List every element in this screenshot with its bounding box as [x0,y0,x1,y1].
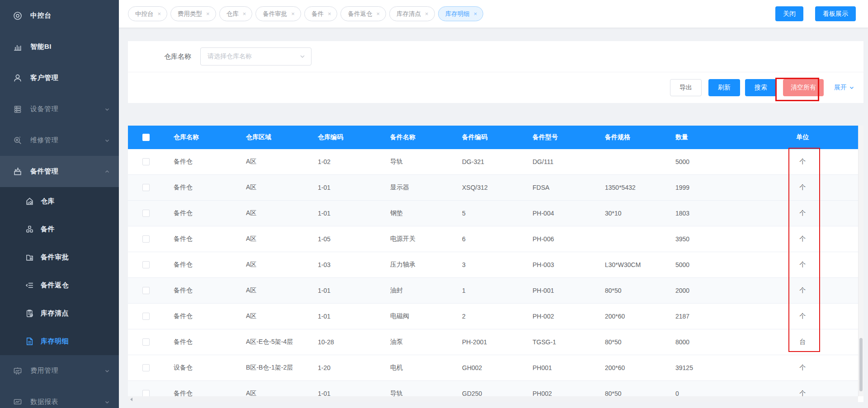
row-checkbox[interactable] [142,158,150,165]
tab-label: 中控台 [135,10,154,18]
table-row[interactable]: 备件仓 A区 1-01 电磁阀 2 PH-002 200*60 2187 个 [128,304,863,329]
table-row[interactable]: 备件仓 A区 1-01 钢垫 5 PH-004 30*10 1803 个 [128,201,863,226]
warehouse-icon [25,197,34,206]
sidebar-subitem-warehouse[interactable]: 仓库 [0,187,119,215]
sidebar-item-console[interactable]: 中控台 [0,0,119,31]
sidebar-item-expense[interactable]: 费用管理 [0,355,119,386]
sidebar-item-bi[interactable]: 智能BI [0,31,119,62]
sidebar-subitem-parts[interactable]: 备件 [0,215,119,243]
select-all-checkbox[interactable] [142,134,150,141]
cell-part-code: 1 [462,287,533,294]
row-checkbox[interactable] [142,261,150,268]
row-checkbox[interactable] [142,390,150,396]
sidebar-item-devices[interactable]: 设备管理 [0,94,119,125]
sidebar-item-maintenance[interactable]: 维修管理 [0,125,119,156]
cell-warehouse-code: 1-20 [318,364,390,371]
tab-parts-return[interactable]: 备件返仓× [340,6,386,21]
table-row[interactable]: 备件仓 A区 1-03 压力轴承 3 PH-003 L30*W30CM 5000… [128,252,863,278]
cell-warehouse-code: 1-01 [318,287,390,294]
cell-part-model: PH001 [533,364,605,371]
cell-warehouse-area: A区-E仓-5架-4层 [246,338,318,346]
row-checkbox[interactable] [142,184,150,191]
cell-warehouse-area: A区 [246,235,318,243]
board-display-button[interactable]: 看板展示 [815,6,856,21]
select-placeholder: 请选择仓库名称 [208,52,252,61]
export-button[interactable]: 导出 [670,79,702,96]
row-checkbox[interactable] [142,287,150,294]
return-icon [25,281,34,290]
cell-warehouse-name: 备件仓 [174,235,246,243]
clear-all-button[interactable]: 清空所有 [783,79,824,96]
sidebar-subitem-stocktake[interactable]: 库存清点 [0,299,119,327]
cell-part-model: PH-001 [533,287,605,294]
close-tab-icon[interactable]: × [328,11,331,17]
header-quantity: 数量 [675,133,747,141]
sidebar-item-reports[interactable]: 数据报表 [0,386,119,408]
cell-part-spec: 200*60 [605,364,675,371]
cell-part-code: 3 [462,261,533,268]
tab-label: 仓库 [226,10,239,18]
horizontal-scrollbar[interactable] [128,396,858,402]
row-checkbox[interactable] [142,235,150,243]
sidebar-subitem-approval[interactable]: 备件审批 [0,243,119,271]
sidebar-subitem-inventory-detail[interactable]: 库存明细 [0,327,119,355]
tab-console[interactable]: 中控台× [128,6,167,21]
cell-part-model: PH002 [533,390,605,396]
tab-warehouse[interactable]: 仓库× [219,6,253,21]
cell-part-code: GH002 [462,364,533,371]
cell-part-spec: 30*10 [605,210,675,217]
header-part-code: 备件编码 [462,133,533,141]
tab-parts-approval[interactable]: 备件审批× [255,6,301,21]
close-tab-icon[interactable]: × [474,11,477,17]
sidebar-item-label: 中控台 [30,11,52,20]
row-checkbox[interactable] [142,313,150,320]
close-tab-icon[interactable]: × [376,11,380,17]
cell-part-spec: 80*50 [605,287,675,294]
close-button[interactable]: 关闭 [775,6,803,21]
header-unit: 单位 [747,133,858,141]
scrollbar-thumb[interactable] [859,338,863,391]
spare-parts-submenu: 仓库 备件 备件审批 备件返仓 [0,187,119,355]
sidebar-subitem-label: 库存清点 [41,309,69,318]
expand-link[interactable]: 展开 [834,84,854,92]
cell-warehouse-name: 备件仓 [174,286,246,295]
header-part-name: 备件名称 [390,133,462,141]
sidebar-item-label: 费用管理 [30,366,58,375]
table-row[interactable]: 备件仓 A区 1-01 显示器 XSQ/312 FDSA 1350*5432 1… [128,175,863,201]
close-tab-icon[interactable]: × [206,11,210,17]
cell-part-spec: 80*50 [605,390,675,396]
cell-warehouse-name: 备件仓 [174,261,246,269]
sidebar-subitem-label: 仓库 [41,197,55,206]
close-tab-icon[interactable]: × [425,11,429,17]
table-row[interactable]: 备件仓 A区-E仓-5架-4层 10-28 油泵 PH-2001 TGSG-1 … [128,329,863,355]
close-tab-icon[interactable]: × [243,11,246,17]
table-row[interactable]: 备件仓 A区 1-05 电源开关 6 PH-006 3950 个 [128,226,863,252]
chevron-down-icon [849,85,854,90]
sidebar-subitem-return[interactable]: 备件返仓 [0,271,119,299]
tab-inventory-detail[interactable]: 库存明细× [438,6,484,21]
row-checkbox[interactable] [142,338,150,346]
close-tab-icon[interactable]: × [158,11,161,17]
maintenance-icon [13,136,23,145]
tab-stocktake[interactable]: 库存清点× [389,6,435,21]
table-row[interactable]: 设备仓 B区-B仓-1架-2层 1-20 电机 GH002 PH001 200*… [128,355,863,381]
approval-icon [25,253,34,262]
table-row[interactable]: 备件仓 A区 1-01 油封 1 PH-001 80*50 2000 个 [128,278,863,304]
refresh-button[interactable]: 刷新 [708,79,740,96]
cell-part-code: 6 [462,235,533,243]
sidebar-item-customers[interactable]: 客户管理 [0,62,119,94]
row-checkbox[interactable] [142,364,150,371]
row-checkbox[interactable] [142,210,150,217]
vertical-scrollbar[interactable] [858,126,863,396]
close-tab-icon[interactable]: × [291,11,295,17]
cell-unit: 台 [747,338,858,346]
tab-expense-type[interactable]: 费用类型× [170,6,216,21]
cell-part-name: 油泵 [390,338,462,346]
search-button[interactable]: 搜索 [745,79,777,96]
tab-label: 库存清点 [396,10,421,18]
table-row[interactable]: 备件仓 A区 1-01 导轨 GD250 PH002 80*50 0 个 [128,381,863,396]
tab-parts[interactable]: 备件× [304,6,338,21]
warehouse-name-select[interactable]: 请选择仓库名称 [200,47,311,66]
table-row[interactable]: 备件仓 A区 1-02 导轨 DG-321 DG/111 5000 个 [128,149,863,175]
sidebar-item-spare-parts[interactable]: 备件管理 [0,156,119,187]
